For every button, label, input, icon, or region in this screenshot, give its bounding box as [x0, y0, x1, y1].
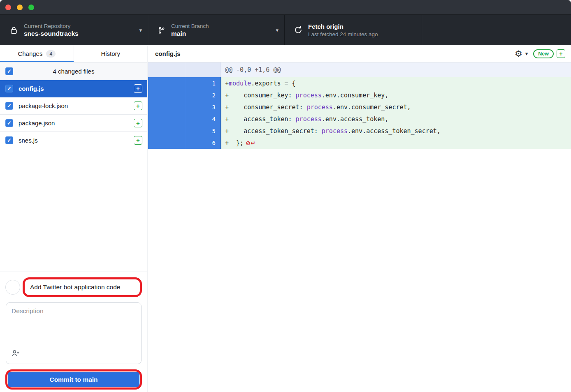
file-name: package-lock.json — [19, 102, 134, 109]
old-line-number-gutter[interactable] — [148, 77, 185, 89]
no-newline-icon: ⊘↵ — [246, 140, 255, 146]
diff-code: @@ -0,0 +1,6 @@ — [221, 62, 571, 77]
old-line-number-gutter[interactable] — [148, 125, 185, 137]
file-checkbox[interactable]: ✓ — [5, 102, 13, 110]
chevron-down-icon[interactable]: ▾ — [525, 51, 528, 56]
file-added-status-icon: + — [134, 101, 142, 110]
file-added-status-icon: + — [134, 84, 142, 93]
file-row[interactable]: ✓ snes.js + — [0, 132, 147, 149]
diff-header: config.js ⚙ ▾ New + — [148, 45, 571, 62]
chevron-down-icon: ▾ — [139, 28, 142, 33]
diff-line: 5 + access_token_secret: process.env.acc… — [148, 125, 571, 137]
close-window-button[interactable] — [5, 5, 11, 10]
file-row[interactable]: ✓ config.js + — [0, 80, 147, 97]
github-desktop-window: Current Repository snes-soundtracks ▾ Cu… — [0, 0, 571, 392]
old-line-number-gutter[interactable] — [148, 113, 185, 125]
check-icon: ✓ — [7, 68, 12, 74]
fetch-label: Fetch origin — [308, 23, 416, 31]
toolbar: Current Repository snes-soundtracks ▾ Cu… — [0, 15, 571, 45]
commit-button[interactable]: Commit to main — [8, 372, 139, 387]
diff-code: + access_token: process.env.access_token… — [221, 113, 571, 125]
annotation-highlight-summary: Add Twitter bot application code — [23, 277, 142, 297]
diff-code: +module.exports = { — [221, 77, 571, 89]
file-checkbox[interactable]: ✓ — [5, 119, 13, 127]
file-checkbox[interactable]: ✓ — [5, 85, 13, 92]
select-all-checkbox[interactable]: ✓ — [5, 67, 13, 75]
sidebar-tabbar: Changes 4 History — [0, 45, 147, 62]
file-name: snes.js — [19, 137, 134, 144]
check-icon: ✓ — [7, 120, 12, 126]
diff-code: + consumer_key: process.env.consumer_key… — [221, 89, 571, 101]
diff-line: 4 + access_token: process.env.access_tok… — [148, 113, 571, 125]
diff-panel: config.js ⚙ ▾ New + @@ -0,0 +1,6 @@ 1 +m… — [148, 45, 571, 392]
toolbar-empty-area — [422, 15, 571, 45]
changes-sidebar: Changes 4 History ✓ 4 changed files ✓ co… — [0, 45, 148, 392]
changed-files-label: 4 changed files — [0, 68, 147, 75]
new-line-number-gutter[interactable]: 5 — [185, 125, 221, 137]
current-branch-dropdown[interactable]: Current Branch main ▾ — [148, 15, 285, 45]
changed-files-summary-row: ✓ 4 changed files — [0, 62, 147, 80]
new-line-number-gutter[interactable]: 2 — [185, 89, 221, 101]
old-line-number-gutter[interactable] — [148, 62, 185, 77]
diff-code: + consumer_secret: process.env.consumer_… — [221, 101, 571, 113]
commit-summary-input[interactable]: Add Twitter bot application code — [25, 280, 139, 295]
diff-line: 6 + };⊘↵ — [148, 137, 571, 149]
check-icon: ✓ — [7, 137, 12, 143]
zoom-window-button[interactable] — [28, 5, 34, 10]
changed-files-list: ✓ config.js + ✓ package-lock.json + ✓ pa… — [0, 80, 147, 149]
fetch-status: Last fetched 24 minutes ago — [308, 31, 416, 38]
tab-history[interactable]: History — [74, 45, 148, 62]
diff-hunk-header: @@ -0,0 +1,6 @@ — [148, 62, 571, 77]
file-row[interactable]: ✓ package.json + — [0, 115, 147, 132]
new-line-number-gutter[interactable] — [185, 62, 221, 77]
old-line-number-gutter[interactable] — [148, 89, 185, 101]
diff-line: 2 + consumer_key: process.env.consumer_k… — [148, 89, 571, 101]
new-line-number-gutter[interactable]: 3 — [185, 101, 221, 113]
new-line-number-gutter[interactable]: 6 — [185, 137, 221, 149]
branch-name: main — [171, 30, 276, 38]
commit-description-input[interactable]: Description — [6, 302, 142, 364]
tab-changes[interactable]: Changes 4 — [0, 45, 74, 62]
lock-icon — [9, 25, 19, 35]
repository-name: snes-soundtracks — [24, 30, 139, 38]
file-name: config.js — [19, 85, 134, 92]
file-added-status-icon: + — [134, 136, 142, 145]
annotation-highlight-commit-button: Commit to main — [5, 369, 142, 390]
tab-history-label: History — [101, 50, 120, 57]
diff-file-title: config.js — [155, 50, 515, 57]
fetch-origin-button[interactable]: Fetch origin Last fetched 24 minutes ago — [285, 15, 422, 45]
file-name: package.json — [19, 120, 134, 127]
description-placeholder: Description — [12, 307, 44, 315]
file-checkbox[interactable]: ✓ — [5, 136, 13, 144]
minimize-window-button[interactable] — [17, 5, 23, 10]
chevron-down-icon: ▾ — [276, 28, 279, 33]
diff-options-gear-icon[interactable]: ⚙ — [515, 49, 522, 58]
add-co-author-icon[interactable] — [11, 349, 20, 359]
tab-changes-label: Changes — [18, 50, 42, 57]
sidebar-empty-area — [0, 149, 147, 272]
file-row[interactable]: ✓ package-lock.json + — [0, 97, 147, 115]
new-line-number-gutter[interactable]: 4 — [185, 113, 221, 125]
check-icon: ✓ — [7, 103, 12, 109]
titlebar — [0, 0, 571, 15]
sync-icon — [294, 25, 303, 35]
repository-label: Current Repository — [24, 23, 139, 30]
commit-form: Add Twitter bot application code Descrip… — [0, 272, 147, 392]
old-line-number-gutter[interactable] — [148, 101, 185, 113]
old-line-number-gutter[interactable] — [148, 137, 185, 149]
file-added-status-icon: + — [134, 119, 142, 127]
avatar — [5, 280, 20, 295]
expand-diff-button[interactable]: + — [557, 49, 565, 58]
changes-count-badge: 4 — [46, 50, 56, 58]
diff-line: 1 +module.exports = { — [148, 77, 571, 89]
check-icon: ✓ — [7, 85, 12, 92]
branch-label: Current Branch — [171, 23, 276, 30]
diff-code: + };⊘↵ — [221, 137, 571, 149]
new-feature-badge[interactable]: New — [533, 49, 554, 58]
git-branch-icon — [157, 26, 166, 35]
diff-line: 3 + consumer_secret: process.env.consume… — [148, 101, 571, 113]
diff-body: @@ -0,0 +1,6 @@ 1 +module.exports = { 2 … — [148, 62, 571, 392]
current-repository-dropdown[interactable]: Current Repository snes-soundtracks ▾ — [0, 15, 148, 45]
diff-code: + access_token_secret: process.env.acces… — [221, 125, 571, 137]
new-line-number-gutter[interactable]: 1 — [185, 77, 221, 89]
